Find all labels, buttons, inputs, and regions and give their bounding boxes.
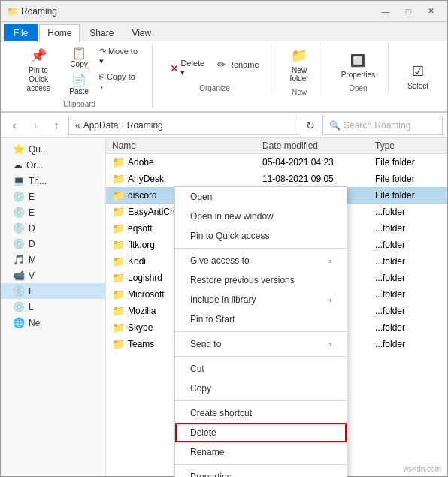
refresh-button[interactable]: ↻ (301, 116, 319, 134)
ribbon-content: 📌 Pin to Quickaccess 📋 Copy 📄 Paste (1, 41, 447, 112)
select-button[interactable]: ☑ Select (402, 60, 434, 92)
table-row[interactable]: 📁 Adobe 05-04-2021 04:23 File folder (106, 154, 447, 171)
tab-file[interactable]: File (4, 24, 38, 41)
file-name: Kodi (128, 256, 146, 267)
file-type: ...folder (369, 306, 444, 316)
rename-icon: ✏ (217, 59, 226, 71)
file-type: ...folder (369, 256, 444, 267)
window-icon: 📁 (7, 6, 18, 17)
select-icon: ☑ (409, 62, 427, 80)
file-list-header: Name Date modified Type Size (106, 138, 447, 154)
tab-home[interactable]: Home (39, 24, 80, 42)
clipboard-label: Clipboard (63, 100, 95, 108)
menu-item-open[interactable]: Open (175, 187, 347, 207)
table-row[interactable]: 📁 AnyDesk 11-08-2021 09:05 File folder (106, 171, 447, 187)
menu-item-pin-quick-access[interactable]: Pin to Quick access (175, 226, 347, 246)
folder-icon: 📁 (112, 322, 125, 334)
tab-view[interactable]: View (123, 24, 159, 41)
open-group: 🔲 Properties Open (328, 44, 389, 92)
menu-item-cut[interactable]: Cut (175, 359, 347, 379)
menu-item-include-library[interactable]: Include in library › (175, 290, 347, 309)
menu-separator-2 (175, 331, 347, 332)
sidebar-item-label: Ne (29, 318, 40, 328)
copy-button[interactable]: 📋 Copy (65, 44, 92, 70)
sidebar-item-network[interactable]: 🌐 Ne (1, 315, 105, 331)
menu-separator-5 (175, 464, 347, 465)
sidebar-item-label: L (29, 286, 34, 297)
menu-item-give-access[interactable]: Give access to › (175, 251, 347, 270)
sidebar-item-l[interactable]: 💿 L (1, 283, 105, 299)
tab-share[interactable]: Share (81, 24, 122, 41)
sidebar-item-music[interactable]: 🎵 M (1, 252, 105, 267)
menu-item-delete[interactable]: Delete (175, 423, 347, 442)
properties-button[interactable]: 🔲 Properties (336, 49, 381, 81)
menu-separator-1 (175, 248, 347, 249)
menu-item-open-label: Open (190, 192, 212, 202)
maximize-button[interactable]: □ (398, 4, 419, 19)
menu-item-send-to[interactable]: Send to › (175, 334, 347, 354)
col-header-date[interactable]: Date modified (256, 140, 369, 151)
up-button[interactable]: ↑ (47, 116, 65, 134)
search-box[interactable]: 🔍 Search Roaming (322, 116, 443, 135)
folder-icon: 📁 (112, 338, 125, 350)
title-bar-left: 📁 Roaming (7, 6, 57, 17)
sidebar-item-thispc[interactable]: 💻 Th... (1, 173, 105, 189)
col-header-name[interactable]: Name (106, 140, 256, 151)
clipboard-group: 📌 Pin to Quickaccess 📋 Copy 📄 Paste (7, 44, 153, 108)
new-folder-button[interactable]: 📁 Newfolder (285, 44, 314, 85)
menu-separator-3 (175, 356, 347, 357)
delete-button[interactable]: ✕ Delete ▾ (166, 56, 210, 80)
menu-item-restore-versions[interactable]: Restore previous versions (175, 270, 347, 290)
sidebar-item-quickaccess[interactable]: ⭐ Qu... (1, 141, 105, 157)
path-appdata[interactable]: AppData (83, 120, 119, 131)
include-library-arrow: › (329, 296, 331, 304)
open-label: Open (349, 84, 367, 92)
sidebar-item-e1[interactable]: 💿 E (1, 189, 105, 204)
music-icon: 🎵 (13, 254, 25, 265)
onedrive-icon: ☁ (13, 159, 23, 171)
file-type: File folder (369, 190, 444, 201)
menu-item-rename[interactable]: Rename (175, 442, 347, 462)
menu-item-copy[interactable]: Copy (175, 379, 347, 398)
folder-icon: 📁 (112, 288, 125, 300)
forward-button[interactable]: › (26, 116, 44, 134)
menu-item-restore-versions-label: Restore previous versions (190, 275, 295, 285)
sidebar-item-l2[interactable]: 💿 L (1, 299, 105, 315)
sidebar-item-label: L (29, 302, 34, 312)
minimize-button[interactable]: — (375, 4, 396, 19)
close-button[interactable]: ✕ (420, 4, 441, 19)
give-access-arrow: › (329, 257, 331, 265)
menu-item-include-library-label: Include in library (190, 294, 256, 305)
send-to-arrow: › (329, 340, 331, 349)
copy-icon: 📋 (71, 46, 86, 60)
sidebar-item-onedrive[interactable]: ☁ Or... (1, 157, 105, 173)
sidebar-item-label: E (29, 192, 35, 202)
sidebar-item-video[interactable]: 📹 V (1, 267, 105, 283)
file-type: ...folder (369, 273, 444, 283)
col-header-type[interactable]: Type (369, 140, 444, 151)
move-to-button[interactable]: ↷ Move to ▾ (95, 44, 145, 68)
menu-item-create-shortcut[interactable]: Create shortcut (175, 403, 347, 423)
menu-item-properties[interactable]: Properties (175, 467, 347, 477)
address-path[interactable]: « AppData › Roaming (68, 116, 298, 135)
pin-button[interactable]: 📌 Pin to Quickaccess (14, 44, 62, 95)
sidebar-item-d1[interactable]: 💿 D (1, 220, 105, 236)
back-button[interactable]: ‹ (5, 116, 23, 134)
paste-button[interactable]: 📄 Paste (65, 71, 92, 97)
title-bar-controls: — □ ✕ (375, 4, 441, 19)
col-header-size[interactable]: Size (444, 140, 447, 151)
folder-icon: 📁 (112, 206, 125, 218)
ribbon: File Home Share View 📌 Pin to Quickacces… (1, 22, 447, 113)
menu-item-pin-start[interactable]: Pin to Start (175, 309, 347, 329)
drive-d1-icon: 💿 (13, 222, 25, 234)
menu-item-give-access-label: Give access to (190, 255, 250, 266)
rename-button[interactable]: ✏ Rename (213, 56, 263, 73)
drive-e2-icon: 💿 (13, 207, 25, 218)
path-roaming[interactable]: Roaming (127, 120, 163, 131)
sidebar-item-e2[interactable]: 💿 E (1, 204, 105, 220)
copy-to-button[interactable]: ⎘ Copy to ▾ (95, 70, 145, 92)
sidebar-item-d2[interactable]: 💿 D (1, 236, 105, 252)
menu-item-copy-label: Copy (190, 383, 211, 394)
folder-icon: 📁 (112, 305, 125, 317)
menu-item-open-new-window[interactable]: Open in new window (175, 207, 347, 226)
